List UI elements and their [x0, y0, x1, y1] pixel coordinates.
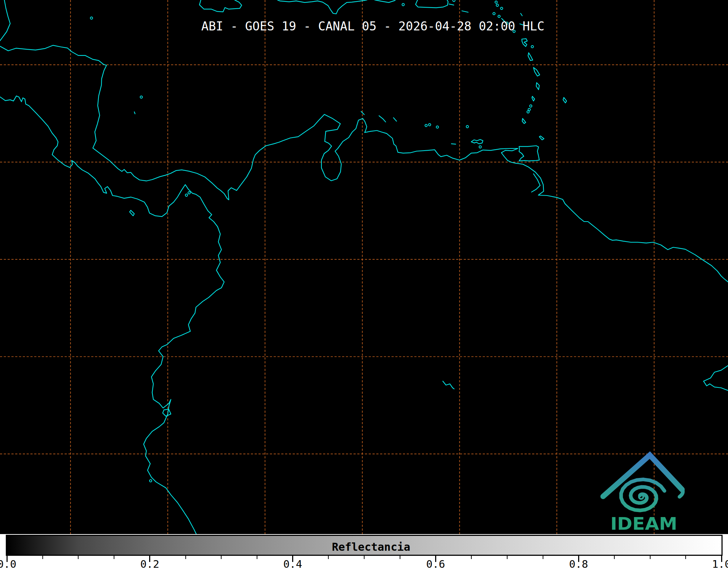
coastline-pearl-islands-1 [185, 194, 188, 196]
coastline-swan-islands [91, 17, 93, 19]
coastline-st-lucia [536, 83, 539, 89]
coastline-puerto-rico [416, 0, 448, 8]
colorbar-minor-tick [471, 556, 472, 559]
coastline-st-barthelemy [500, 7, 502, 9]
coastline-la-blanquilla [466, 126, 468, 128]
colorbar-tick-label: 0.8 [569, 558, 588, 570]
coastline-trinidad [519, 146, 539, 161]
coastline-guadeloupe [522, 39, 527, 46]
colorbar-tick-label: 0.6 [426, 558, 445, 570]
coastline-vieques [449, 4, 454, 5]
colorbar-minor-tick [185, 556, 186, 559]
coastline-lobos-de-tierra [150, 480, 152, 482]
colorbar-minor-tick [114, 556, 114, 559]
map-area: IDEAM ABI - GOES 19 - CANAL 05 - 2026-04… [0, 0, 728, 534]
coastline-bonaire [394, 118, 397, 121]
colorbar-minor-tick [42, 556, 43, 559]
ideam-logo: IDEAM [603, 455, 683, 534]
coastline-los-roques-1 [425, 124, 427, 126]
goes-satellite-image: IDEAM ABI - GOES 19 - CANAL 05 - 2026-04… [0, 0, 728, 571]
colorbar-minor-tick [543, 556, 543, 559]
coastline-st-martin [496, 4, 498, 6]
logo-mountain-icon [603, 455, 682, 496]
colorbar-label: Reflectancia [332, 541, 411, 553]
coastline-barbados [563, 97, 567, 103]
colorbar-tick-label: 0.4 [283, 558, 302, 570]
coastline-grenadines-1 [530, 105, 532, 107]
coastline-mona [402, 4, 404, 6]
map-title: ABI - GOES 19 - CANAL 05 - 2026-04-28 02… [201, 19, 544, 33]
coastline-hispaniola-south [278, 0, 367, 14]
coastline-coiba-island [130, 210, 134, 216]
colorbar-minor-tick [78, 556, 79, 559]
colorbar-gradient: Reflectancia [6, 535, 723, 556]
coastline-st-vincent [532, 96, 535, 101]
coastline-aruba [361, 112, 365, 115]
coastline-providencia [140, 96, 142, 98]
colorbar-minor-tick [614, 556, 615, 559]
coastline-anguilla [495, 1, 497, 3]
coastline-la-orchila [436, 126, 438, 128]
coastline-belize-coast [0, 0, 10, 41]
ideam-logo-text: IDEAM [610, 513, 677, 534]
coastline-culebra [453, 0, 455, 1]
colorbar-minor-tick [685, 556, 686, 559]
coastline-coche [479, 146, 481, 148]
coastline-la-tortuga [451, 144, 456, 144]
coastline-grenadines-3 [527, 111, 529, 113]
coastline-curacao [379, 116, 386, 122]
coastline-hispaniola-east [375, 0, 395, 3]
colorbar-minor-tick [364, 556, 365, 559]
coastline-jamaica [199, 0, 242, 12]
colorbar-minor-tick [507, 556, 508, 559]
coastline-rio-negro [443, 381, 454, 389]
colorbar-minor-tick [400, 556, 400, 559]
colorbar-tick-label: 1.0 [712, 558, 728, 570]
coastline-dominica [528, 53, 533, 61]
coastline-st-eustatius [498, 15, 500, 17]
coastline-pacific-coast [0, 96, 224, 534]
graticule [0, 0, 728, 534]
coastline-amazon-river [703, 366, 728, 391]
coastline-margarita [471, 139, 483, 144]
coastline-los-roques-2 [429, 123, 431, 126]
coastline-grenadines-2 [528, 108, 530, 110]
colorbar-tick-label: 0.2 [140, 558, 159, 570]
coastline-caribbean-mainland [0, 45, 728, 282]
colorbar-tick-label: 0.0 [0, 558, 16, 570]
coastline-grenada [522, 118, 526, 123]
coastline-st-croix [462, 11, 468, 12]
coastline-martinique [534, 67, 540, 76]
colorbar-minor-tick [221, 556, 222, 559]
coastline-marie-galante [531, 46, 533, 48]
coastlines [0, 0, 728, 534]
colorbar-area: Reflectancia [0, 534, 728, 571]
coastline-san-andres [134, 112, 135, 114]
map-svg: IDEAM [0, 0, 728, 534]
colorbar-minor-tick [257, 556, 257, 559]
coastline-tobago [539, 136, 544, 140]
coastline-saba [493, 12, 495, 14]
coastline-barbuda [521, 13, 522, 16]
colorbar-minor-tick [328, 556, 329, 559]
colorbar-minor-tick [650, 556, 651, 559]
coastline-pearl-islands-2 [188, 192, 190, 194]
